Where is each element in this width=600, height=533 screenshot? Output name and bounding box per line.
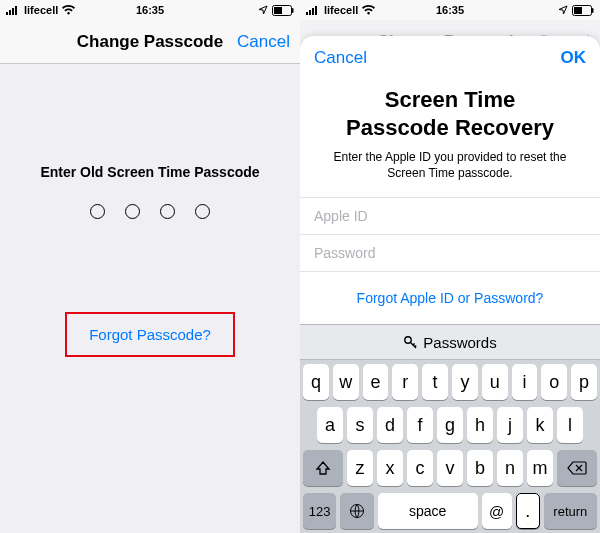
password-field[interactable]: [300, 234, 600, 272]
svg-rect-6: [292, 8, 294, 13]
keyboard-accessory-label: Passwords: [423, 334, 496, 351]
svg-rect-1: [9, 10, 11, 15]
sheet-subtitle: Enter the Apple ID you provided to reset…: [300, 149, 600, 197]
key-b[interactable]: b: [467, 450, 493, 486]
location-icon: [258, 5, 268, 15]
status-bar: lifecell 16:35: [0, 0, 300, 20]
numbers-key[interactable]: 123: [303, 493, 336, 529]
key-z[interactable]: z: [347, 450, 373, 486]
key-w[interactable]: w: [333, 364, 359, 400]
keyboard-accessory-bar[interactable]: Passwords: [300, 324, 600, 360]
forgot-apple-id-link[interactable]: Forgot Apple ID or Password?: [300, 272, 600, 316]
key-d[interactable]: d: [377, 407, 403, 443]
keyboard-row-3: zxcvbnm: [303, 450, 597, 486]
sheet-cancel-button[interactable]: Cancel: [314, 48, 367, 68]
space-key[interactable]: space: [378, 493, 478, 529]
signal-icon: [306, 5, 320, 15]
svg-rect-9: [312, 8, 314, 15]
svg-rect-10: [315, 6, 317, 15]
sheet-ok-button[interactable]: OK: [561, 48, 587, 68]
location-icon: [558, 5, 568, 15]
key-l[interactable]: l: [557, 407, 583, 443]
key-g[interactable]: g: [437, 407, 463, 443]
forgot-passcode-highlight: Forgot Passcode?: [65, 312, 235, 357]
key-n[interactable]: n: [497, 450, 523, 486]
key-f[interactable]: f: [407, 407, 433, 443]
wifi-icon: [362, 5, 375, 15]
battery-icon: [272, 5, 294, 16]
cancel-button[interactable]: Cancel: [230, 32, 290, 52]
signal-icon: [6, 5, 20, 15]
shift-icon: [315, 460, 331, 476]
svg-rect-3: [15, 6, 17, 15]
key-m[interactable]: m: [527, 450, 553, 486]
key-s[interactable]: s: [347, 407, 373, 443]
key-k[interactable]: k: [527, 407, 553, 443]
key-a[interactable]: a: [317, 407, 343, 443]
backspace-icon: [567, 461, 587, 475]
svg-rect-8: [309, 10, 311, 15]
key-u[interactable]: u: [482, 364, 508, 400]
key-i[interactable]: i: [512, 364, 538, 400]
svg-rect-2: [12, 8, 14, 15]
svg-rect-0: [6, 12, 8, 15]
svg-rect-13: [592, 8, 594, 13]
key-j[interactable]: j: [497, 407, 523, 443]
key-c[interactable]: c: [407, 450, 433, 486]
key-y[interactable]: y: [452, 364, 478, 400]
phone-right: lifecell 16:35 Change Passcode Cancel Ca…: [300, 0, 600, 533]
key-h[interactable]: h: [467, 407, 493, 443]
nav-bar: Change Passcode Cancel: [0, 20, 300, 64]
svg-rect-5: [274, 7, 282, 14]
at-key[interactable]: @: [482, 493, 512, 529]
phone-left: lifecell 16:35 Change Passcode Cancel En…: [0, 0, 300, 533]
key-v[interactable]: v: [437, 450, 463, 486]
carrier-label: lifecell: [324, 4, 358, 16]
key-x[interactable]: x: [377, 450, 403, 486]
keyboard-row-4: 123 space @ . return: [303, 493, 597, 529]
svg-point-14: [405, 337, 411, 343]
apple-id-field[interactable]: [300, 197, 600, 234]
key-o[interactable]: o: [541, 364, 567, 400]
passcode-dot: [160, 204, 175, 219]
sheet-title: Screen Time Passcode Recovery: [300, 80, 600, 149]
key-e[interactable]: e: [363, 364, 389, 400]
globe-key[interactable]: [340, 493, 373, 529]
globe-icon: [349, 503, 365, 519]
status-bar: lifecell 16:35: [300, 0, 600, 20]
svg-rect-7: [306, 12, 308, 15]
period-key[interactable]: .: [516, 493, 540, 529]
keyboard-row-1: qwertyuiop: [303, 364, 597, 400]
carrier-label: lifecell: [24, 4, 58, 16]
passcode-dot: [90, 204, 105, 219]
key-t[interactable]: t: [422, 364, 448, 400]
passcode-prompt: Enter Old Screen Time Passcode: [40, 164, 259, 180]
wifi-icon: [62, 5, 75, 15]
key-icon: [403, 335, 417, 349]
key-r[interactable]: r: [392, 364, 418, 400]
key-q[interactable]: q: [303, 364, 329, 400]
battery-icon: [572, 5, 594, 16]
passcode-dot: [125, 204, 140, 219]
backspace-key[interactable]: [557, 450, 597, 486]
svg-rect-12: [574, 7, 582, 14]
keyboard: Passwords qwertyuiop asdfghjkl zxcvbnm 1…: [300, 324, 600, 533]
keyboard-row-2: asdfghjkl: [303, 407, 597, 443]
passcode-dot: [195, 204, 210, 219]
recovery-sheet: Cancel OK Screen Time Passcode Recovery …: [300, 36, 600, 533]
passcode-dots[interactable]: [90, 204, 210, 219]
shift-key[interactable]: [303, 450, 343, 486]
return-key[interactable]: return: [544, 493, 597, 529]
forgot-passcode-link[interactable]: Forgot Passcode?: [89, 326, 211, 343]
key-p[interactable]: p: [571, 364, 597, 400]
